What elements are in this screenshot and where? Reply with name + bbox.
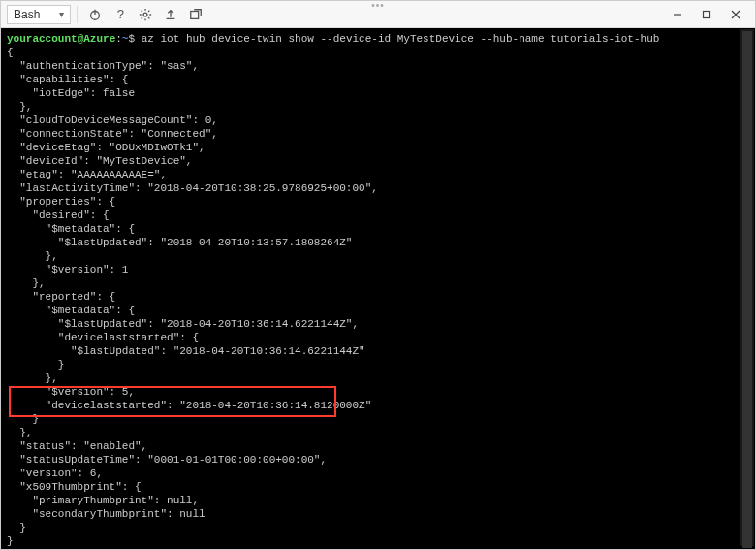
output-line: }, <box>7 249 749 263</box>
output-line: "secondaryThumbprint": null <box>7 507 749 521</box>
shell-selector-label: Bash <box>14 8 40 21</box>
settings-button[interactable] <box>134 4 157 25</box>
output-line: { <box>7 46 749 59</box>
svg-point-2 <box>143 13 147 16</box>
output-line: "status": "enabled", <box>7 439 749 453</box>
shell-selector[interactable]: Bash ▾ <box>7 5 71 24</box>
output-line: "$metadata": { <box>7 304 749 317</box>
output-line: "cloudToDeviceMessageCount": 0, <box>7 113 749 127</box>
command-text: az iot hub device-twin show --device-id … <box>142 33 660 45</box>
command-line: youraccount@Azure:~$ az iot hub device-t… <box>7 32 749 46</box>
chevron-down-icon: ▾ <box>59 9 64 19</box>
terminal-pane[interactable]: youraccount@Azure:~$ az iot hub device-t… <box>1 28 755 550</box>
output-line: "properties": { <box>7 195 749 209</box>
new-session-button[interactable] <box>184 4 207 25</box>
output-line: "devicelaststarted": { <box>7 331 749 344</box>
output-line: "$lastUpdated": "2018-04-20T10:36:14.622… <box>7 317 749 331</box>
output-line: "$metadata": { <box>7 222 749 236</box>
maximize-icon <box>702 10 711 19</box>
restart-button[interactable] <box>83 4 107 25</box>
output-line: } <box>7 412 749 426</box>
output-line: "primaryThumbprint": null, <box>7 494 749 507</box>
upload-button[interactable] <box>159 4 182 25</box>
prompt-symbol: $ <box>128 33 135 45</box>
output-line: "deviceId": "MyTestDevice", <box>7 154 749 168</box>
output-line: } <box>7 534 749 548</box>
output-line: "version": 6, <box>7 467 749 480</box>
svg-rect-5 <box>704 11 710 17</box>
output-line: "lastActivityTime": "2018-04-20T10:38:25… <box>7 181 749 195</box>
minimize-button[interactable] <box>664 4 691 25</box>
output-line: } <box>7 521 749 534</box>
svg-rect-3 <box>191 11 199 18</box>
prompt-colon: : <box>115 33 122 45</box>
drag-handle-dots: ••• <box>371 0 385 11</box>
output-line: "$version": 5, <box>7 385 749 399</box>
output-line: "authenticationType": "sas", <box>7 59 749 73</box>
window-controls <box>664 4 749 25</box>
output-line: "$lastUpdated": "2018-04-20T10:13:57.180… <box>7 236 749 249</box>
new-window-icon <box>189 8 203 21</box>
prompt-user: youraccount <box>7 33 78 45</box>
close-button[interactable] <box>722 4 749 25</box>
output-line: "desired": { <box>7 209 749 222</box>
output-line: }, <box>7 276 749 290</box>
power-icon <box>88 8 102 21</box>
output-line: "etag": "AAAAAAAAAAE=", <box>7 168 749 181</box>
output-line: "deviceEtag": "ODUxMDIwOTk1", <box>7 141 749 154</box>
minimize-icon <box>673 10 682 19</box>
output-line: } <box>7 358 749 372</box>
help-button[interactable]: ? <box>109 4 132 25</box>
output-line: "reported": { <box>7 290 749 304</box>
help-icon: ? <box>117 7 124 21</box>
output-line: }, <box>7 100 749 113</box>
maximize-button[interactable] <box>693 4 720 25</box>
prompt-host: @Azure <box>78 33 116 45</box>
output-line: "statusUpdateTime": "0001-01-01T00:00:00… <box>7 453 749 467</box>
toolbar: ••• Bash ▾ ? <box>1 1 755 28</box>
output-line: "x509Thumbprint": { <box>7 480 749 494</box>
output-line: "$lastUpdated": "2018-04-20T10:36:14.622… <box>7 344 749 358</box>
output-line: "connectionState": "Connected", <box>7 127 749 141</box>
close-icon <box>731 10 740 19</box>
output-line: }, <box>7 426 749 439</box>
output-line: "devicelaststarted": "2018-04-20T10:36:1… <box>7 399 749 412</box>
output-line: "$version": 1 <box>7 263 749 276</box>
upload-icon <box>164 8 177 21</box>
output-line: }, <box>7 372 749 385</box>
toolbar-separator <box>77 6 78 23</box>
output-line: "capabilities": { <box>7 73 749 86</box>
scrollbar[interactable] <box>740 29 754 546</box>
output-line: "iotEdge": false <box>7 86 749 100</box>
scrollbar-thumb[interactable] <box>742 31 752 548</box>
gear-icon <box>139 8 152 21</box>
